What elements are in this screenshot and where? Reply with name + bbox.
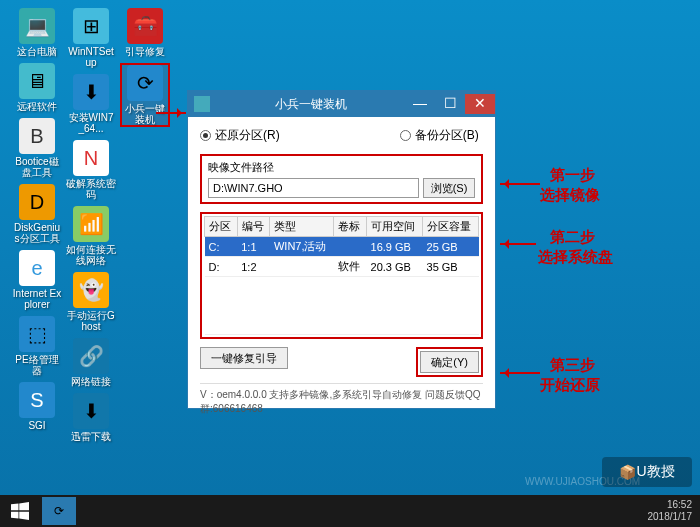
backup-radio[interactable]: 备份分区(B) [400, 127, 479, 144]
step3-title: 第三步 [550, 356, 595, 375]
app-icon [194, 96, 210, 112]
arrow-launch [156, 112, 186, 114]
version-text: V：oem4.0.0.0 支持多种镜像,多系统引导自动修复 问题反馈QQ群:60… [200, 383, 483, 416]
restore-radio[interactable]: 还原分区(R) [200, 127, 280, 144]
th-index[interactable]: 编号 [237, 217, 270, 237]
th-partition[interactable]: 分区 [205, 217, 238, 237]
repair-boot-button[interactable]: 一键修复引导 [200, 347, 288, 369]
taskbar: ⟳ 16:52 2018/1/17 [0, 495, 700, 527]
desktop-icon-boot-repair[interactable]: 🧰引导修复 [120, 8, 170, 57]
th-type[interactable]: 类型 [270, 217, 334, 237]
desktop-icon-win7-install[interactable]: ⬇安装WIN7_64... [66, 74, 116, 134]
window-title: 小兵一键装机 [216, 96, 405, 113]
desktop-icon-pe-net[interactable]: ⬚PE络管理器 [12, 316, 62, 376]
desktop-icon-sgi[interactable]: SSGI [12, 382, 62, 431]
table-row[interactable]: D:1:2软件20.3 GB35 GB [205, 257, 479, 277]
image-path-section: 映像文件路径 浏览(S) [200, 154, 483, 204]
arrow-step1 [500, 183, 540, 185]
minimize-button[interactable]: — [405, 94, 435, 114]
table-row[interactable]: C:1:1WIN7,活动16.9 GB25 GB [205, 237, 479, 257]
step2-text: 选择系统盘 [538, 248, 613, 267]
start-button[interactable] [0, 495, 40, 527]
desktop-icon-ghost[interactable]: 👻手动运行Ghost [66, 272, 116, 332]
tray-date: 2018/1/17 [648, 511, 693, 523]
partition-table: 分区 编号 类型 卷标 可用空间 分区容量 C:1:1WIN7,活动16.9 G… [204, 216, 479, 335]
th-label[interactable]: 卷标 [334, 217, 367, 237]
desktop-icon-network[interactable]: 🔗网络链接 [66, 338, 116, 387]
desktop-icon-wifi-help[interactable]: 📶如何连接无线网络 [66, 206, 116, 266]
app-window: 小兵一键装机 — ☐ ✕ 还原分区(R) 备份分区(B) 映像文件路径 浏览(S… [187, 90, 496, 409]
icon-col-3: 🧰引导修复 ⟳小兵一键装机 [120, 8, 170, 133]
step1-title: 第一步 [550, 166, 595, 185]
icon-col-2: ⊞WinNTSetup ⬇安装WIN7_64... N破解系统密码 📶如何连接无… [66, 8, 116, 448]
desktop-icon-bootice[interactable]: BBootice磁盘工具 [12, 118, 62, 178]
browse-button[interactable]: 浏览(S) [423, 178, 475, 198]
desktop-icon-winntsetup[interactable]: ⊞WinNTSetup [66, 8, 116, 68]
maximize-button[interactable]: ☐ [435, 94, 465, 114]
icon-col-1: 💻这台电脑 🖥远程软件 BBootice磁盘工具 DDiskGenius分区工具… [12, 8, 62, 437]
tray-time: 16:52 [648, 499, 693, 511]
path-input[interactable] [208, 178, 419, 198]
step3-text: 开始还原 [540, 376, 600, 395]
desktop-icon-ie[interactable]: eInternet Explorer [12, 250, 62, 310]
taskbar-app[interactable]: ⟳ [42, 497, 76, 525]
step1-text: 选择镜像 [540, 186, 600, 205]
desktop-icon-computer[interactable]: 💻这台电脑 [12, 8, 62, 57]
desktop-icon-remote[interactable]: 🖥远程软件 [12, 63, 62, 112]
desktop-icon-thunder[interactable]: ⬇迅雷下载 [66, 393, 116, 442]
path-label: 映像文件路径 [208, 160, 475, 175]
arrow-step2 [500, 243, 536, 245]
arrow-step3 [500, 372, 540, 374]
desktop: 💻这台电脑 🖥远程软件 BBootice磁盘工具 DDiskGenius分区工具… [0, 0, 700, 527]
th-cap[interactable]: 分区容量 [423, 217, 479, 237]
th-free[interactable]: 可用空间 [367, 217, 423, 237]
step2-title: 第二步 [550, 228, 595, 247]
desktop-icon-installer[interactable]: ⟳小兵一键装机 [120, 63, 170, 127]
system-tray[interactable]: 16:52 2018/1/17 [648, 499, 701, 523]
brand-logo: 📦 U教授 [602, 457, 692, 487]
windows-icon [11, 502, 29, 520]
titlebar[interactable]: 小兵一键装机 — ☐ ✕ [188, 91, 495, 117]
window-body: 还原分区(R) 备份分区(B) 映像文件路径 浏览(S) 分区 编号 类型 卷标 [188, 117, 495, 426]
desktop-icon-diskgenius[interactable]: DDiskGenius分区工具 [12, 184, 62, 244]
close-button[interactable]: ✕ [465, 94, 495, 114]
partition-table-section: 分区 编号 类型 卷标 可用空间 分区容量 C:1:1WIN7,活动16.9 G… [200, 212, 483, 339]
ok-button[interactable]: 确定(Y) [420, 351, 479, 373]
desktop-icon-password-crack[interactable]: N破解系统密码 [66, 140, 116, 200]
